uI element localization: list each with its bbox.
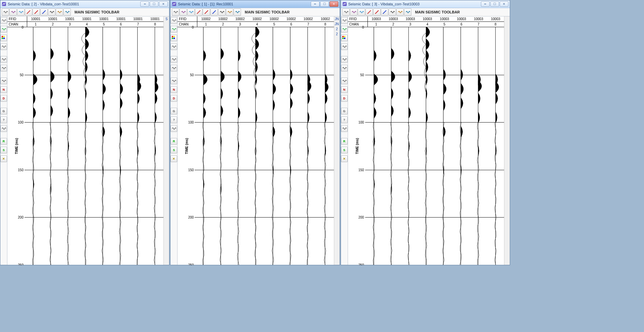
xg-icon[interactable]: G	[170, 108, 177, 114]
xq-icon[interactable]: ?	[0, 116, 7, 123]
x-icon[interactable]: ✕	[170, 155, 177, 162]
plot-area[interactable]: TIME (ms) 050100150200250	[348, 27, 504, 265]
window-titlebar[interactable]: Seismic Data: [ 2] - Vibdata_corr-Test10…	[0, 0, 169, 8]
pencil-icon[interactable]	[0, 26, 7, 33]
wave2-icon[interactable]	[170, 78, 177, 84]
cross-icon[interactable]	[389, 8, 396, 16]
grid-icon[interactable]	[341, 17, 348, 24]
agc-icon[interactable]	[180, 8, 187, 16]
gutter-item[interactable]: JN	[334, 21, 340, 27]
text-icon[interactable]	[170, 43, 177, 50]
plot-area[interactable]: TIME (ms) 050100150200250	[178, 27, 334, 265]
wave2-icon[interactable]	[341, 78, 348, 84]
minimize-button[interactable]: ━	[311, 1, 319, 7]
ffid-value: 10001	[95, 17, 112, 21]
wiggle-icon[interactable]	[2, 8, 9, 16]
zoom-icon[interactable]	[187, 8, 195, 16]
close-button[interactable]: ✕	[500, 1, 508, 7]
minimize-button[interactable]: ━	[140, 1, 149, 7]
stack-icon[interactable]	[63, 8, 71, 16]
flag-icon[interactable]	[365, 8, 373, 16]
bars-icon[interactable]	[170, 65, 177, 72]
zoom-icon[interactable]	[17, 8, 24, 16]
grid-icon[interactable]	[170, 17, 177, 24]
x-icon[interactable]: ✕	[341, 155, 348, 162]
stack-icon[interactable]	[404, 8, 411, 16]
palette-icon[interactable]	[170, 35, 177, 41]
x-icon[interactable]: ✕	[0, 155, 7, 162]
trace-canvas[interactable]	[365, 27, 504, 265]
agc-icon[interactable]	[9, 8, 17, 16]
wave-icon[interactable]	[396, 8, 404, 16]
line-red-icon[interactable]	[203, 8, 210, 16]
line-red-icon[interactable]	[33, 8, 40, 16]
window-titlebar[interactable]: Seismic Data: [ 1] - [1]: Rec10001 ━ ☐ ✕	[170, 0, 339, 8]
wiggle-icon[interactable]	[342, 8, 350, 16]
close-button[interactable]: ✕	[330, 1, 338, 7]
gutter-item[interactable]: JN	[334, 16, 340, 21]
window-titlebar[interactable]: Seismic Data: [ 3] - Vibdata_corr-Test10…	[341, 0, 510, 8]
close-button[interactable]: ✕	[159, 1, 168, 7]
plot-area[interactable]: TIME (ms) 050100150200250	[7, 27, 163, 265]
xq-icon[interactable]: ?	[170, 116, 177, 123]
gridline	[365, 75, 504, 75]
s-icon[interactable]: S	[170, 147, 177, 153]
maximize-button[interactable]: ☐	[490, 1, 499, 7]
n-icon[interactable]: N	[170, 86, 177, 93]
branch-icon[interactable]	[0, 125, 7, 132]
trace-canvas[interactable]	[195, 27, 334, 265]
pencil-icon[interactable]	[170, 26, 177, 33]
r-icon[interactable]: R	[0, 138, 7, 145]
n-icon[interactable]: N	[341, 86, 348, 93]
agc-icon[interactable]	[350, 8, 357, 16]
ffid-value: 10003	[436, 17, 453, 21]
line-blue-icon[interactable]	[40, 8, 48, 16]
wave-icon[interactable]	[56, 8, 63, 16]
xg-icon[interactable]: G	[0, 108, 7, 114]
xg-icon[interactable]: G	[341, 108, 348, 114]
r-icon[interactable]: R	[341, 138, 348, 145]
cross-icon[interactable]	[218, 8, 226, 16]
gutter-item[interactable]: 2	[334, 32, 340, 37]
flag-icon[interactable]	[25, 8, 32, 16]
gutter-item[interactable]: 2	[334, 27, 340, 32]
text-icon[interactable]	[0, 43, 7, 50]
wiggle-icon[interactable]	[172, 8, 179, 16]
minimize-button[interactable]: ━	[481, 1, 490, 7]
r-icon[interactable]: R	[170, 138, 177, 145]
stack-icon[interactable]	[234, 8, 241, 16]
palette-icon[interactable]	[0, 35, 7, 41]
grid-icon[interactable]	[0, 17, 7, 24]
y-tick: 0	[21, 26, 23, 29]
pencil-icon[interactable]	[341, 26, 348, 33]
wave1-icon[interactable]	[0, 56, 7, 63]
xq-icon[interactable]: ?	[341, 116, 348, 123]
line-red-icon[interactable]	[373, 8, 381, 16]
s-icon[interactable]: S	[341, 147, 348, 153]
d-icon[interactable]: D	[341, 95, 348, 102]
text-icon[interactable]	[341, 43, 348, 50]
ffid-label: FFID	[7, 16, 27, 21]
s-icon[interactable]: S	[0, 147, 7, 153]
maximize-button[interactable]: ☐	[320, 1, 329, 7]
wave2-icon[interactable]	[0, 78, 7, 84]
maximize-button[interactable]: ☐	[150, 1, 158, 7]
n-icon[interactable]: N	[0, 86, 7, 93]
palette-icon[interactable]	[341, 35, 348, 41]
trace-canvas[interactable]	[24, 27, 163, 265]
zoom-icon[interactable]	[358, 8, 365, 16]
wave1-icon[interactable]	[341, 56, 348, 63]
line-blue-icon[interactable]	[210, 8, 218, 16]
d-icon[interactable]: D	[170, 95, 177, 102]
branch-icon[interactable]	[341, 125, 348, 132]
gutter-item[interactable]: S	[164, 16, 169, 21]
cross-icon[interactable]	[48, 8, 55, 16]
bars-icon[interactable]	[341, 65, 348, 72]
bars-icon[interactable]	[0, 65, 7, 72]
d-icon[interactable]: D	[0, 95, 7, 102]
branch-icon[interactable]	[170, 125, 177, 132]
wave1-icon[interactable]	[170, 56, 177, 63]
wave-icon[interactable]	[226, 8, 233, 16]
flag-icon[interactable]	[195, 8, 202, 16]
line-blue-icon[interactable]	[381, 8, 388, 16]
